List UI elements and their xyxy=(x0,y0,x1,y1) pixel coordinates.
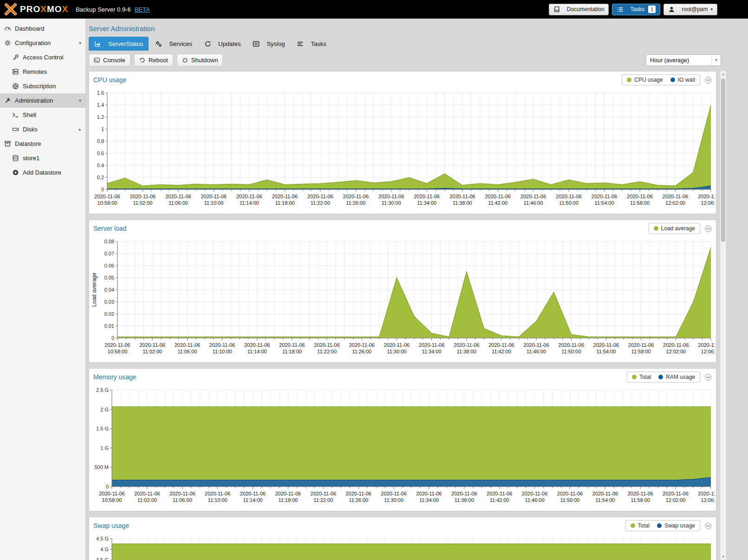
page-title: Server Administration xyxy=(86,19,748,37)
console-button[interactable]: Console xyxy=(89,54,130,66)
svg-text:Load average: Load average xyxy=(91,273,98,307)
svg-text:11:30:00: 11:30:00 xyxy=(384,497,403,503)
svg-text:2020-11-06: 2020-11-06 xyxy=(592,194,617,199)
toolbar-buttons: ConsoleRebootShutdown xyxy=(89,54,223,66)
svg-text:2020-11-06: 2020-11-06 xyxy=(698,491,715,496)
svg-text:2020-11-06: 2020-11-06 xyxy=(139,342,165,348)
tab-services[interactable]: Services xyxy=(150,37,198,51)
chevron-right-icon: ▸ xyxy=(79,127,81,132)
svg-text:11:50:00: 11:50:00 xyxy=(561,349,581,354)
legend-dot xyxy=(627,78,631,82)
svg-text:2020-11-06: 2020-11-06 xyxy=(628,342,654,348)
svg-text:0.02: 0.02 xyxy=(104,311,114,317)
sidebar-item-remotes[interactable]: Remotes xyxy=(0,65,85,79)
sidebar-item-configuration[interactable]: Configuration▾ xyxy=(0,36,85,50)
panel-body: 0500 M1 G1.5 G2 G2.5 G3 G3.5 G4 G4.5 G20… xyxy=(89,534,716,560)
caret-down-icon: ▾ xyxy=(711,55,721,65)
svg-text:11:26:00: 11:26:00 xyxy=(352,349,371,354)
svg-text:11:58:00: 11:58:00 xyxy=(630,200,650,206)
sidebar-item-add-datastore[interactable]: Add Datastore xyxy=(0,165,85,180)
caret-down-icon: ▾ xyxy=(710,7,713,12)
product-version: Backup Server 0.9-6 xyxy=(76,6,131,13)
svg-text:11:10:00: 11:10:00 xyxy=(204,200,223,206)
shutdown-button[interactable]: Shutdown xyxy=(177,54,223,66)
svg-text:2020-11-06: 2020-11-06 xyxy=(592,491,618,496)
tab-serverstatus[interactable]: ServerStatus xyxy=(89,37,149,51)
svg-text:2020-11-06: 2020-11-06 xyxy=(343,194,369,199)
sidebar-item-subscription[interactable]: Subscription xyxy=(0,79,85,93)
svg-text:2020-11-06: 2020-11-06 xyxy=(663,342,689,348)
scrollbar-thumb[interactable] xyxy=(721,78,725,242)
user-menu-button[interactable]: root@pam ▾ xyxy=(663,4,717,15)
collapse-icon[interactable] xyxy=(705,77,712,84)
sidebar-item-disks[interactable]: Disks▸ xyxy=(0,122,85,137)
chart-legend: CPU usageIO wait xyxy=(622,74,700,85)
user-label: root@pam xyxy=(682,6,708,13)
svg-text:2020-11-06: 2020-11-06 xyxy=(240,491,266,496)
sidebar: DashboardConfiguration▾Access ControlRem… xyxy=(0,19,86,560)
tab-label: ServerStatus xyxy=(108,40,143,47)
tasks-label: Tasks xyxy=(630,6,644,13)
button-label: Console xyxy=(103,57,125,64)
chevron-down-icon: ▾ xyxy=(79,40,81,46)
svg-text:12:06:00: 12:06:00 xyxy=(701,200,715,206)
sidebar-item-dashboard[interactable]: Dashboard xyxy=(0,21,85,36)
sidebar-item-administration[interactable]: Administration▾ xyxy=(0,93,85,108)
sidebar-item-access-control[interactable]: Access Control xyxy=(0,50,85,65)
svg-text:0.03: 0.03 xyxy=(104,299,114,305)
scrollbar[interactable]: ▲ ▼ xyxy=(720,71,726,560)
sidebar-item-store1[interactable]: store1 xyxy=(0,151,85,165)
legend-dot xyxy=(632,375,637,379)
refresh-icon xyxy=(204,40,211,47)
svg-text:1 G: 1 G xyxy=(100,445,109,451)
tasks-button[interactable]: Tasks 1 xyxy=(612,4,660,15)
key-icon xyxy=(12,54,19,61)
svg-text:11:06:00: 11:06:00 xyxy=(173,497,192,503)
cpu-chart: 00.20.40.60.811.21.41.62020-11-0610:58:0… xyxy=(91,88,715,211)
svg-text:2020-11-06: 2020-11-06 xyxy=(454,342,479,348)
svg-text:2020-11-06: 2020-11-06 xyxy=(384,342,410,348)
user-icon xyxy=(668,6,675,13)
collapse-icon[interactable] xyxy=(705,522,712,529)
svg-text:2020-11-06: 2020-11-06 xyxy=(307,194,333,199)
tab-updates[interactable]: Updates xyxy=(199,37,246,51)
scroll-down-icon[interactable]: ▼ xyxy=(721,555,726,558)
svg-text:11:14:00: 11:14:00 xyxy=(247,349,267,354)
svg-text:4.5 G: 4.5 G xyxy=(96,536,109,541)
svg-text:0: 0 xyxy=(106,484,109,489)
svg-text:11:14:00: 11:14:00 xyxy=(240,200,259,206)
panel-title: Swap usage xyxy=(93,522,129,529)
main-content: Server Administration ServerStatusServic… xyxy=(86,19,748,560)
documentation-button[interactable]: Documentation xyxy=(549,4,609,15)
collapse-icon[interactable] xyxy=(705,374,712,381)
collapse-icon[interactable] xyxy=(705,225,712,232)
legend-label: Swap usage xyxy=(664,522,695,529)
panel-header: Memory usageTotalRAM usage xyxy=(89,369,716,385)
svg-text:2020-11-06: 2020-11-06 xyxy=(311,491,336,496)
svg-text:11:42:00: 11:42:00 xyxy=(490,497,509,503)
beta-link[interactable]: BETA xyxy=(135,6,150,13)
brand-wordmark: PROXMOX xyxy=(20,4,68,14)
sidebar-item-datastore[interactable]: Datastore xyxy=(0,137,85,151)
svg-text:2020-11-06: 2020-11-06 xyxy=(275,491,301,496)
tachometer-icon xyxy=(4,25,11,32)
legend-entry: Load average xyxy=(654,225,695,232)
scroll-up-icon[interactable]: ▲ xyxy=(721,72,726,76)
svg-text:0.05: 0.05 xyxy=(104,275,114,280)
panel-cpu: CPU usageCPU usageIO wait00.20.40.60.811… xyxy=(89,71,716,214)
plus-circle-icon xyxy=(12,169,19,176)
svg-text:0.06: 0.06 xyxy=(104,263,114,268)
chart-legend: Load average xyxy=(649,223,700,234)
legend-dot xyxy=(670,78,675,82)
svg-text:11:06:00: 11:06:00 xyxy=(177,349,197,354)
tab-tasks[interactable]: Tasks xyxy=(291,37,332,51)
sidebar-item-shell[interactable]: Shell xyxy=(0,108,85,122)
svg-text:11:46:00: 11:46:00 xyxy=(525,497,545,503)
svg-text:11:50:00: 11:50:00 xyxy=(559,200,579,206)
app-header: PROXMOX Backup Server 0.9-6 BETA Documen… xyxy=(0,0,748,19)
tab-syslog[interactable]: Syslog xyxy=(247,37,290,51)
timeframe-select[interactable]: Hour (average) ▾ xyxy=(646,54,721,66)
reboot-button[interactable]: Reboot xyxy=(134,54,173,66)
svg-text:2020-11-06: 2020-11-06 xyxy=(201,194,227,199)
legend-dot xyxy=(631,523,635,528)
